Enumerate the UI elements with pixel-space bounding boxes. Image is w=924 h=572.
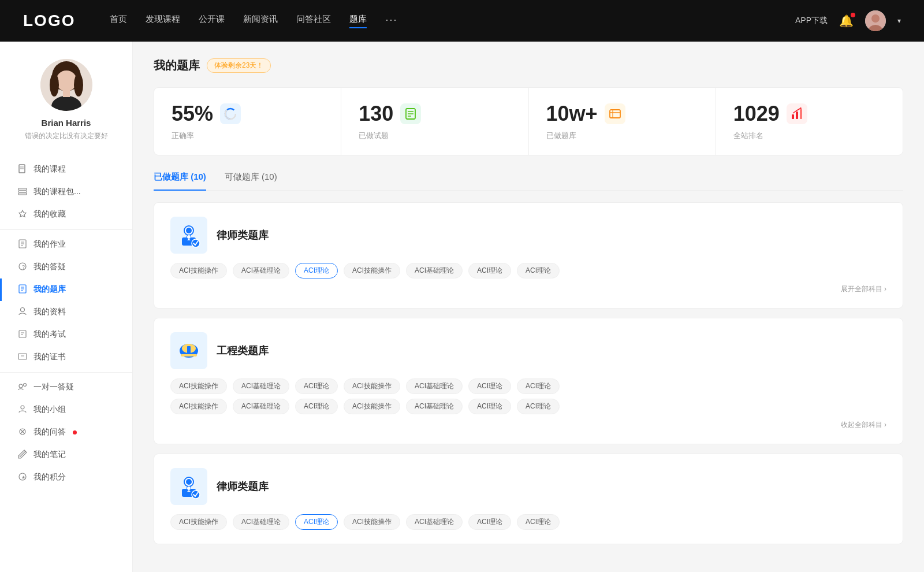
one-on-one-icon — [17, 382, 28, 393]
stat-rank: 1029 全站排名 — [716, 88, 903, 155]
sidebar-menu: 我的课程 我的课程包... 我的收藏 我的作业 — [0, 158, 132, 489]
sidebar-item-my-qa[interactable]: 我的问答 — [0, 421, 132, 444]
my-qa-icon — [17, 427, 28, 438]
tag[interactable]: ACI基础理论 — [233, 378, 289, 394]
engineering-icon — [170, 332, 207, 369]
main-content: 我的题库 体验剩余23天！ 55% 正确率 1 — [133, 42, 924, 572]
user-avatar[interactable] — [865, 10, 886, 31]
sidebar-item-quiz-bank[interactable]: 我的题库 — [0, 278, 132, 301]
homework-icon — [17, 239, 28, 250]
sidebar-label-certificates: 我的证书 — [33, 352, 66, 362]
tag[interactable]: ACI技能操作 — [344, 378, 400, 394]
nav-right: APP下载 🔔 ▾ — [795, 10, 901, 31]
tag[interactable]: ACI理论 — [295, 378, 338, 394]
sidebar-label-my-qa: 我的问答 — [33, 427, 66, 437]
tag[interactable]: ACI理论 — [517, 399, 560, 414]
tag[interactable]: ACI基础理论 — [406, 378, 463, 394]
tag[interactable]: ACI理论 — [295, 399, 338, 414]
nav-open-course[interactable]: 公开课 — [199, 14, 225, 28]
svg-point-35 — [21, 406, 24, 409]
nav-home[interactable]: 首页 — [110, 14, 127, 28]
tag[interactable]: ACI理论 — [468, 514, 511, 530]
tag[interactable]: ACI理论 — [468, 399, 511, 414]
svg-point-1 — [871, 14, 880, 23]
questions-icon: ? — [17, 262, 28, 273]
collapse-link-engineering[interactable]: 收起全部科目 › — [170, 420, 886, 430]
groups-icon — [17, 404, 28, 415]
nav-quiz[interactable]: 题库 — [349, 14, 367, 28]
tag[interactable]: ACI基础理论 — [233, 263, 289, 278]
tag-active[interactable]: ACI理论 — [295, 514, 338, 530]
svg-point-56 — [186, 228, 192, 233]
tag[interactable]: ACI基础理论 — [406, 263, 463, 278]
sidebar-item-notes[interactable]: 我的笔记 — [0, 444, 132, 466]
stat-accuracy-number: 55% — [172, 102, 213, 126]
svg-rect-50 — [792, 114, 794, 119]
tag[interactable]: ACI技能操作 — [170, 378, 227, 394]
tag-active[interactable]: ACI理论 — [295, 263, 338, 278]
sidebar-label-quiz-bank: 我的题库 — [33, 284, 66, 295]
tab-available-banks[interactable]: 可做题库 (10) — [225, 172, 277, 191]
tag[interactable]: ACI理论 — [517, 263, 560, 278]
tag[interactable]: ACI技能操作 — [344, 514, 400, 530]
tag[interactable]: ACI基础理论 — [233, 399, 289, 414]
sidebar-label-groups: 我的小组 — [33, 404, 66, 415]
sidebar-item-certificates[interactable]: 我的证书 — [0, 346, 132, 369]
page-title: 我的题库 — [154, 58, 200, 73]
nav-discover[interactable]: 发现课程 — [146, 14, 180, 28]
notification-dot — [851, 13, 855, 17]
svg-point-6 — [50, 73, 59, 96]
tag[interactable]: ACI技能操作 — [344, 263, 400, 278]
tag[interactable]: ACI理论 — [468, 263, 511, 278]
stat-accuracy-label: 正确率 — [172, 131, 323, 141]
stats-row: 55% 正确率 130 — [154, 87, 903, 155]
nav-more[interactable]: ··· — [385, 14, 397, 28]
points-icon: ★ — [17, 472, 28, 483]
tag[interactable]: ACI技能操作 — [170, 399, 227, 414]
tag[interactable]: ACI技能操作 — [344, 399, 400, 414]
tag[interactable]: ACI理论 — [517, 378, 560, 394]
sidebar-motto: 错误的决定比没有决定要好 — [25, 131, 108, 141]
tag[interactable]: ACI基础理论 — [406, 399, 463, 414]
logo: LOGO — [23, 12, 75, 30]
svg-rect-47 — [610, 110, 620, 118]
svg-point-42 — [225, 109, 236, 119]
stat-done-banks-label: 已做题库 — [546, 131, 698, 141]
notification-bell[interactable]: 🔔 — [839, 14, 854, 28]
quiz-title-lawyer-2: 律师类题库 — [217, 480, 269, 493]
svg-point-59 — [187, 235, 191, 239]
sidebar-item-exams[interactable]: 我的考试 — [0, 324, 132, 346]
app-download-button[interactable]: APP下载 — [795, 16, 828, 26]
nav-news[interactable]: 新闻资讯 — [243, 14, 278, 28]
notes-icon — [17, 450, 28, 460]
quiz-card-lawyer-2: 律师类题库 ACI技能操作 ACI基础理论 ACI理论 ACI技能操作 ACI基… — [154, 454, 903, 544]
stat-rank-number: 1029 — [733, 102, 780, 126]
tag[interactable]: ACI基础理论 — [233, 514, 289, 530]
sidebar-item-one-on-one[interactable]: 一对一答疑 — [0, 376, 132, 399]
svg-point-33 — [19, 384, 23, 388]
sidebar-label-my-courses: 我的课程 — [33, 164, 66, 174]
tag[interactable]: ACI基础理论 — [406, 514, 463, 530]
tag[interactable]: ACI技能操作 — [170, 263, 227, 278]
sidebar-item-questions[interactable]: ? 我的答疑 — [0, 256, 132, 278]
user-menu-arrow[interactable]: ▾ — [897, 17, 901, 25]
sidebar-item-favorites[interactable]: 我的收藏 — [0, 203, 132, 226]
sidebar-item-profile[interactable]: 我的资料 — [0, 301, 132, 324]
lawyer-icon-2 — [170, 468, 207, 505]
tag[interactable]: ACI理论 — [517, 514, 560, 530]
tag[interactable]: ACI技能操作 — [170, 514, 227, 530]
svg-rect-65 — [181, 354, 197, 356]
sidebar-item-my-courses[interactable]: 我的课程 — [0, 158, 132, 181]
sidebar-item-course-packages[interactable]: 我的课程包... — [0, 181, 132, 203]
courses-icon — [17, 164, 28, 175]
nav-qa[interactable]: 问答社区 — [296, 14, 331, 28]
sidebar-label-one-on-one: 一对一答疑 — [33, 382, 74, 392]
expand-link-lawyer-1[interactable]: 展开全部科目 › — [170, 284, 886, 294]
tab-done-banks[interactable]: 已做题库 (10) — [154, 172, 206, 191]
sidebar-item-homework[interactable]: 我的作业 — [0, 233, 132, 256]
trial-badge: 体验剩余23天！ — [207, 58, 271, 73]
svg-marker-16 — [19, 210, 26, 217]
sidebar-item-points[interactable]: ★ 我的积分 — [0, 466, 132, 489]
sidebar-item-groups[interactable]: 我的小组 — [0, 399, 132, 421]
tag[interactable]: ACI理论 — [468, 378, 511, 394]
